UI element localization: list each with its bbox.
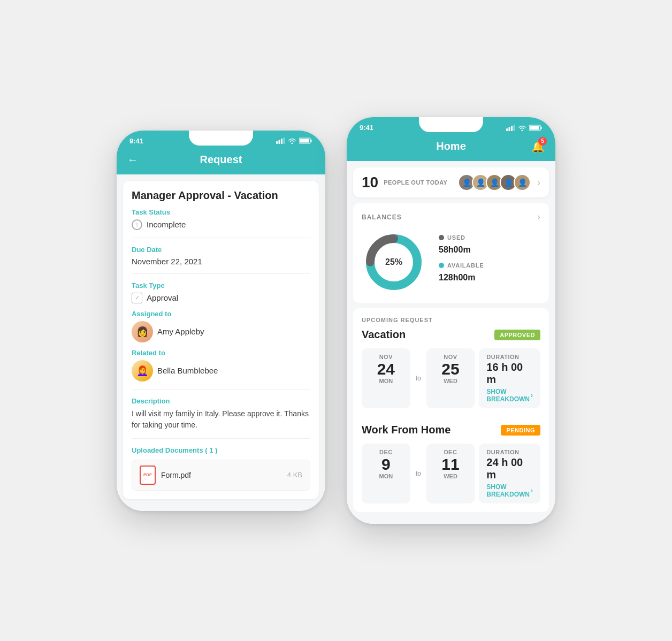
task-type-label: Task Type <box>132 281 310 289</box>
available-label: AVAILABLE <box>439 262 540 269</box>
people-out-label: PEOPLE OUT TODAY <box>384 179 447 186</box>
task-status-value: ! Incomplete <box>132 219 310 230</box>
vacation-to-text: to <box>415 348 422 408</box>
related-to-value: 👩‍🦰 Bella Bumblebee <box>132 360 310 381</box>
people-count: 10 <box>362 174 378 191</box>
svg-rect-3 <box>284 138 285 144</box>
assigned-to-label: Assigned to <box>132 310 310 318</box>
vacation-duration: DURATION 16 h 00 m SHOW BREAKDOWN › <box>479 348 540 408</box>
available-dot <box>439 263 444 268</box>
wfh-from: DEC 9 MON <box>362 444 410 503</box>
bell-button[interactable]: 🔔 5 <box>531 140 545 153</box>
balances-chevron[interactable]: › <box>537 211 540 223</box>
svg-rect-12 <box>541 126 542 129</box>
request-card-title: Manager Approval - Vacation <box>132 189 310 202</box>
battery-icon-2 <box>529 125 543 131</box>
file-size: 4 KB <box>287 471 302 479</box>
pdf-icon: PDF <box>140 466 156 485</box>
used-value: 58h00m <box>439 242 540 256</box>
request-content: Manager Approval - Vacation Task Status … <box>117 174 325 511</box>
people-avatars: 👤 👤 👤 👤 👤 <box>461 174 531 191</box>
balances-title: BALANCES <box>362 213 402 221</box>
phone-request: 9:41 <box>117 131 325 511</box>
file-left: PDF Form.pdf <box>140 466 191 485</box>
request-card: Manager Approval - Vacation Task Status … <box>123 181 319 499</box>
approval-icon: ✓ <box>132 293 142 303</box>
available-value: 128h00m <box>439 270 540 284</box>
wfh-to: DEC 11 WED <box>426 444 475 503</box>
people-chevron[interactable]: › <box>537 177 540 188</box>
wfh-dates: DEC 9 MON to DEC 11 WED DURATION 24 h <box>362 444 540 503</box>
status-icons-2 <box>506 125 543 131</box>
wfh-duration: DURATION 24 h 00 m SHOW BREAKDOWN › <box>479 444 540 503</box>
svg-rect-8 <box>509 127 510 131</box>
bell-badge: 5 <box>538 137 547 146</box>
notch <box>189 131 253 146</box>
svg-rect-2 <box>281 139 282 144</box>
amy-avatar: 👩 <box>132 321 153 342</box>
wfh-title: Work From Home <box>362 424 450 436</box>
donut-label: 25% <box>385 257 402 267</box>
wifi-icon <box>288 138 296 144</box>
assigned-to-value: 👩 Amy Appleby <box>132 321 310 342</box>
requests-divider <box>362 416 540 416</box>
time-2: 9:41 <box>360 124 373 132</box>
wifi-icon-2 <box>518 125 526 131</box>
used-balance: USED 58h00m <box>439 234 540 256</box>
related-to-label: Related to <box>132 349 310 357</box>
svg-rect-5 <box>311 140 312 142</box>
request-header: ← Request <box>117 148 325 174</box>
vacation-breakdown[interactable]: SHOW BREAKDOWN › <box>486 388 533 403</box>
svg-rect-7 <box>506 128 508 131</box>
balance-stats: USED 58h00m AVAILABLE <box>439 234 540 290</box>
due-date-label: Due Date <box>132 246 310 254</box>
wfh-to-text: to <box>415 444 422 503</box>
wfh-badge: PENDING <box>501 425 540 436</box>
phone-home: 9:41 <box>347 117 555 524</box>
description-text: I will visit my family in Italy. Please … <box>132 408 310 431</box>
description-label: Description <box>132 397 310 405</box>
person-avatar-5: 👤 <box>514 174 531 191</box>
signal-icon <box>276 138 285 144</box>
vacation-from: NOV 24 MON <box>362 348 410 408</box>
signal-icon-2 <box>506 125 515 131</box>
vacation-title: Vacation <box>362 329 406 341</box>
vacation-badge: APPROVED <box>494 330 540 340</box>
battery-icon <box>299 138 312 144</box>
uploaded-docs-label: Uploaded Documents ( 1 ) <box>132 446 310 454</box>
svg-rect-6 <box>300 139 309 143</box>
wfh-breakdown[interactable]: SHOW BREAKDOWN › <box>486 483 533 498</box>
svg-rect-0 <box>276 141 278 144</box>
vacation-dates: NOV 24 MON to NOV 25 WED DURATION 16 h <box>362 348 540 408</box>
home-content: 10 PEOPLE OUT TODAY 👤 👤 👤 👤 👤 › BALANCES… <box>347 161 555 524</box>
task-type-value: ✓ Approval <box>132 293 310 303</box>
vacation-header: Vacation APPROVED <box>362 329 540 341</box>
balances-card: BALANCES › 25% <box>353 203 549 303</box>
vacation-request: Vacation APPROVED NOV 24 MON to NOV 25 <box>362 329 540 408</box>
wfh-header: Work From Home PENDING <box>362 424 540 436</box>
bella-avatar: 👩‍🦰 <box>132 360 153 381</box>
balances-header: BALANCES › <box>362 211 540 223</box>
back-button[interactable]: ← <box>127 154 138 166</box>
vacation-to: NOV 25 WED <box>426 348 475 408</box>
svg-rect-1 <box>279 140 280 144</box>
status-icons-1 <box>276 138 312 144</box>
file-item[interactable]: PDF Form.pdf 4 KB <box>132 460 310 491</box>
svg-rect-10 <box>514 125 515 131</box>
wfh-request: Work From Home PENDING DEC 9 MON to DEC … <box>362 424 540 503</box>
people-out-card: 10 PEOPLE OUT TODAY 👤 👤 👤 👤 👤 › <box>353 167 549 197</box>
upcoming-requests-card: UPCOMING REQUEST Vacation APPROVED NOV 2… <box>353 308 549 512</box>
file-name: Form.pdf <box>161 471 191 479</box>
task-status-label: Task Status <box>132 208 310 216</box>
used-label: USED <box>439 234 540 241</box>
home-header: Home 🔔 5 <box>347 135 555 161</box>
incomplete-icon: ! <box>132 219 142 230</box>
available-balance: AVAILABLE 128h00m <box>439 262 540 284</box>
upcoming-label: UPCOMING REQUEST <box>362 317 540 323</box>
due-date-value: November 22, 2021 <box>132 257 310 266</box>
balances-content: 25% USED 58h00m <box>362 230 540 294</box>
header-title-2: Home <box>436 140 466 152</box>
svg-rect-13 <box>530 126 539 129</box>
time-1: 9:41 <box>129 137 143 145</box>
svg-rect-9 <box>511 126 513 131</box>
